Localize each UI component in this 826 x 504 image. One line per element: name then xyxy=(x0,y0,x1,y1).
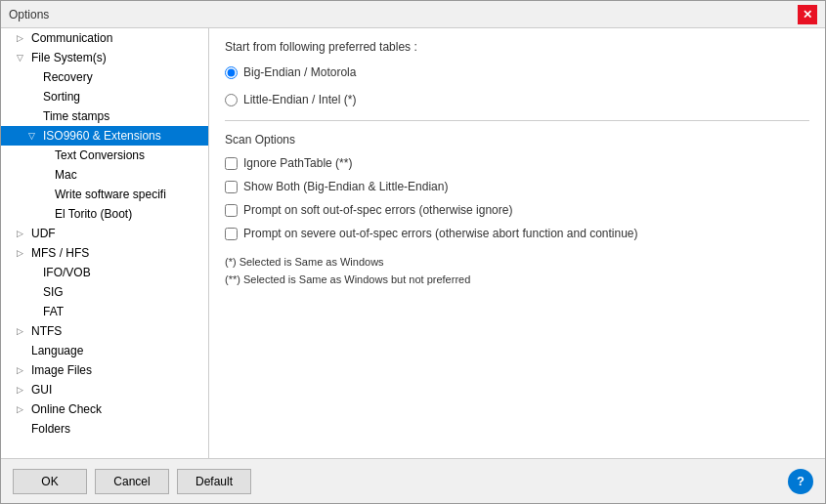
tree-item-sig[interactable]: SIG xyxy=(1,282,208,302)
ok-button[interactable]: OK xyxy=(13,469,87,494)
tree-item-image-files[interactable]: ▷Image Files xyxy=(1,360,208,380)
tree-label-mfs-hfs: MFS / HFS xyxy=(31,246,89,260)
tree-label-el-torito: El Torito (Boot) xyxy=(55,207,132,221)
tree-arrow-ntfs: ▷ xyxy=(17,326,28,336)
right-panel: Start from following preferred tables : … xyxy=(209,28,825,458)
tree-item-ntfs[interactable]: ▷NTFS xyxy=(1,321,208,341)
close-button[interactable]: ✕ xyxy=(798,5,817,24)
radio-little-endian-label[interactable]: Little-Endian / Intel (*) xyxy=(243,93,356,106)
tree-item-text-conversions[interactable]: Text Conversions xyxy=(1,146,208,165)
bottom-bar: OK Cancel Default ? xyxy=(1,458,825,503)
checkbox-input-ignore-path-table[interactable] xyxy=(225,157,238,170)
tree-item-communication[interactable]: ▷Communication xyxy=(1,28,208,48)
tree-label-ifo-vob: IFO/VOB xyxy=(43,266,91,279)
window-title: Options xyxy=(9,8,49,21)
tree-arrow-udf: ▷ xyxy=(17,229,28,238)
tree-label-udf: UDF xyxy=(31,227,56,240)
cancel-button[interactable]: Cancel xyxy=(95,469,169,494)
tree-item-file-systems[interactable]: ▽File System(s) xyxy=(1,48,208,67)
checkbox-input-prompt-severe[interactable] xyxy=(225,228,238,240)
tree-label-recovery: Recovery xyxy=(43,70,93,84)
tree-item-mfs-hfs[interactable]: ▷MFS / HFS xyxy=(1,243,208,263)
tree-label-gui: GUI xyxy=(31,383,52,397)
title-bar: Options ✕ xyxy=(1,1,825,28)
tree-label-sorting: Sorting xyxy=(43,90,80,104)
radio-little-endian-input[interactable] xyxy=(225,94,238,106)
tree-label-sig: SIG xyxy=(43,285,64,299)
tree-label-fat: FAT xyxy=(43,305,64,318)
tree-arrow-online-check: ▷ xyxy=(17,404,28,414)
tree-item-el-torito[interactable]: El Torito (Boot) xyxy=(1,204,208,224)
radio-big-endian[interactable]: Big-Endian / Motorola xyxy=(225,65,809,79)
scan-options-title: Scan Options xyxy=(225,133,809,147)
checkbox-label-prompt-severe[interactable]: Prompt on severe out-of-spec errors (oth… xyxy=(243,227,638,240)
checkbox-label-prompt-soft[interactable]: Prompt on soft out-of-spec errors (other… xyxy=(243,203,512,217)
tree-label-mac: Mac xyxy=(55,168,77,182)
left-panel: ▷Communication▽File System(s)RecoverySor… xyxy=(1,28,209,458)
checkbox-label-ignore-path-table[interactable]: Ignore PathTable (**) xyxy=(243,156,352,170)
main-content: ▷Communication▽File System(s)RecoverySor… xyxy=(1,28,825,458)
tree-item-sorting[interactable]: Sorting xyxy=(1,87,208,106)
tree-arrow-gui: ▷ xyxy=(17,385,28,395)
tree-item-recovery[interactable]: Recovery xyxy=(1,67,208,87)
tree-item-mac[interactable]: Mac xyxy=(1,165,208,185)
tree-item-ifo-vob[interactable]: IFO/VOB xyxy=(1,263,208,282)
checkbox-label-show-both[interactable]: Show Both (Big-Endian & Little-Endian) xyxy=(243,180,448,193)
tree-label-text-conversions: Text Conversions xyxy=(55,148,145,162)
note1: (*) Selected is Same as Windows xyxy=(225,254,809,272)
checkbox-input-prompt-soft[interactable] xyxy=(225,204,238,217)
tree-label-online-check: Online Check xyxy=(31,402,102,416)
checkbox-ignore-path-table[interactable]: Ignore PathTable (**) xyxy=(225,156,809,170)
note-text: (*) Selected is Same as Windows (**) Sel… xyxy=(225,254,809,288)
checkbox-show-both[interactable]: Show Both (Big-Endian & Little-Endian) xyxy=(225,180,809,193)
tree-label-write-software: Write software specifi xyxy=(55,188,166,201)
radio-big-endian-label[interactable]: Big-Endian / Motorola xyxy=(243,65,356,79)
divider xyxy=(225,120,809,121)
tree-arrow-iso9960: ▽ xyxy=(28,131,40,141)
tree-item-time-stamps[interactable]: Time stamps xyxy=(1,106,208,126)
radio-little-endian[interactable]: Little-Endian / Intel (*) xyxy=(225,93,809,106)
checkbox-prompt-severe[interactable]: Prompt on severe out-of-spec errors (oth… xyxy=(225,227,809,240)
tree-item-language[interactable]: Language xyxy=(1,341,208,360)
tree-label-ntfs: NTFS xyxy=(31,324,62,338)
tree-item-folders[interactable]: Folders xyxy=(1,419,208,439)
tree-label-language: Language xyxy=(31,344,83,357)
note2: (**) Selected is Same as Windows but not… xyxy=(225,272,809,289)
tree-label-image-files: Image Files xyxy=(31,363,92,377)
tree-area[interactable]: ▷Communication▽File System(s)RecoverySor… xyxy=(1,28,208,458)
tree-label-iso9960: ISO9960 & Extensions xyxy=(43,129,161,143)
tree-arrow-file-systems: ▽ xyxy=(17,53,28,63)
default-button[interactable]: Default xyxy=(177,469,251,494)
checkbox-prompt-soft[interactable]: Prompt on soft out-of-spec errors (other… xyxy=(225,203,809,217)
tree-item-iso9960[interactable]: ▽ISO9960 & Extensions xyxy=(1,126,208,146)
tree-item-online-check[interactable]: ▷Online Check xyxy=(1,399,208,419)
tree-label-folders: Folders xyxy=(31,422,70,436)
tree-arrow-image-files: ▷ xyxy=(17,365,28,375)
radio-big-endian-input[interactable] xyxy=(225,66,238,79)
tree-label-file-systems: File System(s) xyxy=(31,51,107,64)
tree-item-gui[interactable]: ▷GUI xyxy=(1,380,208,399)
tree-item-udf[interactable]: ▷UDF xyxy=(1,224,208,243)
tree-arrow-mfs-hfs: ▷ xyxy=(17,248,28,258)
tree-label-communication: Communication xyxy=(31,31,112,45)
tree-item-write-software[interactable]: Write software specifi xyxy=(1,185,208,204)
checkbox-input-show-both[interactable] xyxy=(225,181,238,193)
tree-label-time-stamps: Time stamps xyxy=(43,109,109,123)
tree-arrow-communication: ▷ xyxy=(17,33,28,43)
tree-item-fat[interactable]: FAT xyxy=(1,302,208,321)
section-title: Start from following preferred tables : xyxy=(225,40,809,54)
options-window: Options ✕ ▷Communication▽File System(s)R… xyxy=(0,0,826,504)
help-button[interactable]: ? xyxy=(788,469,813,494)
